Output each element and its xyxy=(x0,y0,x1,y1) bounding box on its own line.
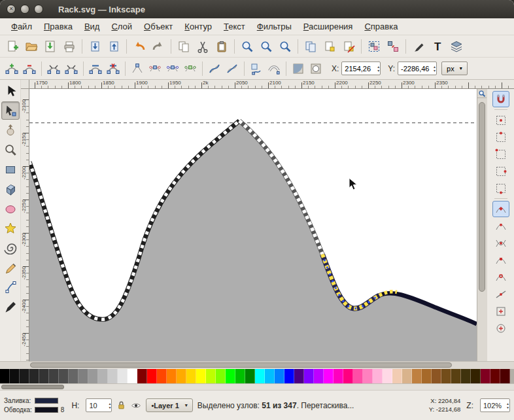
palette-color[interactable] xyxy=(98,369,108,383)
opacity-spinner[interactable]: ▴▾ xyxy=(109,402,111,410)
pencil-tool-button[interactable] xyxy=(1,258,20,277)
redo-button[interactable] xyxy=(149,37,167,56)
text-dialog-button[interactable]: T xyxy=(428,37,447,56)
palette-color[interactable] xyxy=(226,369,235,383)
menu-item-text[interactable]: Текст xyxy=(218,20,251,33)
palette-scrollbar[interactable] xyxy=(0,383,514,390)
palette-color[interactable] xyxy=(255,369,265,383)
palette-color[interactable] xyxy=(432,369,441,383)
node-tool-button[interactable] xyxy=(1,101,20,120)
palette-color[interactable] xyxy=(10,369,20,383)
edit-mask-path-button[interactable] xyxy=(307,60,324,77)
zoom-field[interactable]: 102% ▴▾ xyxy=(480,398,510,412)
layers-dialog-button[interactable] xyxy=(447,37,466,56)
stroke-swatch[interactable] xyxy=(35,407,58,413)
palette-color[interactable] xyxy=(59,369,69,383)
palette-color[interactable] xyxy=(206,369,216,383)
export-image-button[interactable] xyxy=(105,37,123,56)
palette-color[interactable] xyxy=(481,369,490,383)
selector-tool-button[interactable] xyxy=(1,82,20,100)
y-spinner[interactable]: ▴▾ xyxy=(434,65,436,73)
delete-segment-button[interactable] xyxy=(105,60,122,77)
join-nodes-button[interactable] xyxy=(45,60,62,77)
ellipse-tool-button[interactable] xyxy=(1,200,20,218)
enable-snapping-button[interactable] xyxy=(492,91,509,107)
break-path-button[interactable] xyxy=(63,60,80,77)
drawing-area[interactable] xyxy=(29,89,477,361)
star-tool-button[interactable] xyxy=(1,219,20,237)
duplicate-button[interactable] xyxy=(301,37,320,56)
print-document-button[interactable] xyxy=(60,37,78,56)
x-spinner[interactable]: ▴▾ xyxy=(377,65,379,73)
calligraphy-tool-button[interactable] xyxy=(1,298,20,316)
zoom-drawing-button[interactable] xyxy=(257,37,275,56)
palette-color[interactable] xyxy=(451,369,461,383)
zoom-spinner[interactable]: ▴▾ xyxy=(507,402,509,410)
palette-color[interactable] xyxy=(471,369,481,383)
snap-object-centers-button[interactable] xyxy=(492,303,509,319)
palette-color[interactable] xyxy=(78,369,88,383)
menu-item-extensions[interactable]: Расширения xyxy=(298,20,359,33)
palette-color[interactable] xyxy=(167,369,177,383)
palette-color[interactable] xyxy=(157,369,167,383)
symmetric-node-button[interactable] xyxy=(164,60,181,77)
palette-color[interactable] xyxy=(20,369,29,383)
zoom-tool-button[interactable] xyxy=(1,141,20,159)
palette-color[interactable] xyxy=(304,369,314,383)
copy-button[interactable] xyxy=(175,37,193,56)
save-document-button[interactable] xyxy=(41,37,60,56)
palette-color[interactable] xyxy=(284,369,294,383)
corner-node-button[interactable] xyxy=(129,60,146,77)
palette-color[interactable] xyxy=(500,369,510,383)
palette-color[interactable] xyxy=(39,369,49,383)
opacity-field[interactable]: 10 ▴▾ xyxy=(86,398,112,412)
object-to-path-button[interactable] xyxy=(248,60,265,77)
palette-color[interactable] xyxy=(294,369,304,383)
palette-color[interactable] xyxy=(334,369,343,383)
menu-item-object[interactable]: Объект xyxy=(138,20,179,33)
palette-color[interactable] xyxy=(363,369,373,383)
palette-color[interactable] xyxy=(461,369,471,383)
vertical-ruler[interactable]: -2100-2150-2200-2250-2300-2350-2400-2450 xyxy=(21,89,29,361)
snap-path-intersections-button[interactable] xyxy=(492,235,509,251)
delete-node-button[interactable] xyxy=(21,60,38,77)
palette-color[interactable] xyxy=(235,369,245,383)
pen-tool-button[interactable] xyxy=(1,278,20,296)
palette-color[interactable] xyxy=(373,369,383,383)
vertical-scrollbar-thumb[interactable] xyxy=(479,102,485,292)
snap-rotation-centers-button[interactable] xyxy=(492,320,509,336)
snap-bbox-centers-button[interactable] xyxy=(492,180,509,196)
palette-scrollbar-thumb[interactable] xyxy=(1,385,64,389)
create-clone-button[interactable] xyxy=(320,37,339,56)
vertical-scrollbar[interactable] xyxy=(477,89,487,361)
palette-color[interactable] xyxy=(441,369,451,383)
snap-line-midpoints-button[interactable] xyxy=(492,286,509,302)
palette-color[interactable] xyxy=(324,369,334,383)
edit-clip-path-button[interactable] xyxy=(290,60,307,77)
palette-color[interactable] xyxy=(29,369,39,383)
unlink-clone-button[interactable] xyxy=(339,37,358,56)
canvas[interactable] xyxy=(29,89,477,361)
line-to-curve-button[interactable] xyxy=(206,60,223,77)
palette-color[interactable] xyxy=(412,369,422,383)
palette-color[interactable] xyxy=(118,369,128,383)
horizontal-ruler[interactable]: 175018001850190019502k205021002150220022… xyxy=(29,80,514,89)
palette-color[interactable] xyxy=(196,369,206,383)
palette-color[interactable] xyxy=(314,369,324,383)
stroke-to-path-button[interactable] xyxy=(266,60,283,77)
palette-color[interactable] xyxy=(0,369,10,383)
palette-color[interactable] xyxy=(265,369,275,383)
palette-color[interactable] xyxy=(383,369,392,383)
paste-button[interactable] xyxy=(213,37,231,56)
palette-color[interactable] xyxy=(353,369,363,383)
layer-selector[interactable]: •Layer 1 ▾ xyxy=(146,398,192,412)
x-coordinate-field[interactable]: 2154,26 ▴▾ xyxy=(341,61,381,75)
insert-node-button[interactable] xyxy=(3,60,20,77)
palette-color[interactable] xyxy=(69,369,78,383)
palette-color[interactable] xyxy=(343,369,353,383)
zoom-selection-button[interactable] xyxy=(238,37,256,56)
palette-color[interactable] xyxy=(137,369,147,383)
horizontal-scrollbar[interactable] xyxy=(0,361,514,369)
snap-bounding-box-button[interactable] xyxy=(492,112,509,128)
smooth-node-button[interactable] xyxy=(146,60,163,77)
